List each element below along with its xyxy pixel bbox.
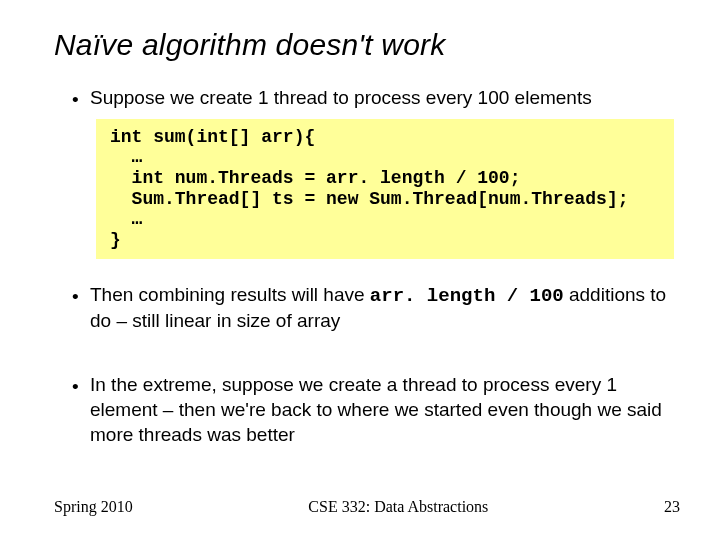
bullet-2-text: Then combining results will have arr. le…: [90, 283, 680, 333]
slide: Naïve algorithm doesn't work • Suppose w…: [0, 0, 720, 540]
bullet-2: • Then combining results will have arr. …: [72, 283, 680, 333]
bullet-dot-icon: •: [72, 283, 90, 310]
bullet-2-pre: Then combining results will have: [90, 284, 370, 305]
slide-title: Naïve algorithm doesn't work: [54, 28, 680, 62]
code-block: int sum(int[] arr){ … int num.Threads = …: [96, 119, 674, 259]
bullet-3: • In the extreme, suppose we create a th…: [72, 373, 680, 447]
footer-course: CSE 332: Data Abstractions: [308, 498, 488, 516]
bullet-dot-icon: •: [72, 86, 90, 113]
footer: Spring 2010 CSE 332: Data Abstractions 2…: [54, 498, 680, 516]
footer-term: Spring 2010: [54, 498, 133, 516]
footer-page: 23: [664, 498, 680, 516]
bullet-dot-icon: •: [72, 373, 90, 400]
bullet-3-text: In the extreme, suppose we create a thre…: [90, 373, 680, 447]
bullet-2-code: arr. length / 100: [370, 285, 564, 307]
bullet-1: • Suppose we create 1 thread to process …: [72, 86, 680, 113]
bullet-1-text: Suppose we create 1 thread to process ev…: [90, 86, 680, 111]
